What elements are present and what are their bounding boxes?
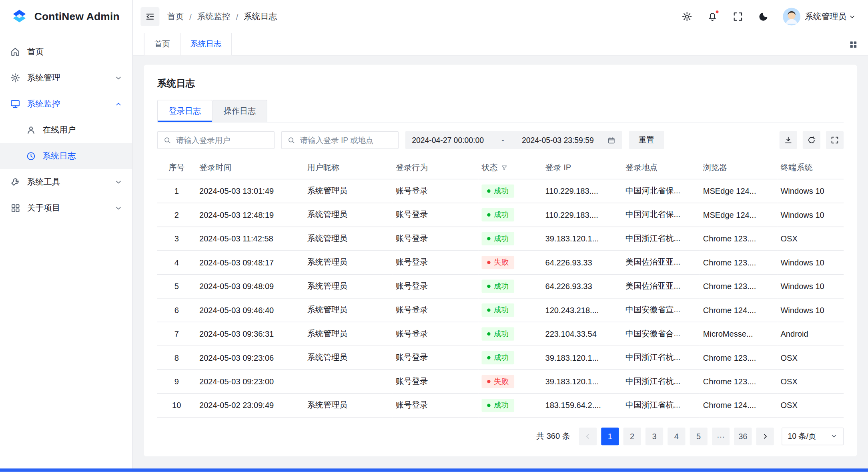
settings-gear-icon[interactable] [681, 10, 693, 22]
calendar-icon [607, 136, 615, 145]
table-row: 2 2024-05-03 12:48:19 系统管理员 账号登录 成功 110.… [157, 203, 844, 226]
table-row: 4 2024-05-03 09:48:17 系统管理员 账号登录 失败 64.2… [157, 250, 844, 274]
login-user-input[interactable] [176, 136, 269, 145]
app-title: ContiNew Admin [34, 10, 120, 22]
breadcrumb-separator: / [236, 12, 239, 22]
tab-login-log[interactable]: 登录日志 [157, 100, 212, 122]
menu-collapse-button[interactable] [140, 7, 159, 26]
breadcrumb-item-monitor[interactable]: 系统监控 [197, 11, 231, 22]
col-os: 终端系统 [777, 157, 844, 179]
sidebar-item-about-project[interactable]: 关于项目 [0, 195, 132, 221]
page-tab-system-logs[interactable]: 系统日志 [180, 33, 232, 55]
page-tab-home[interactable]: 首页 [144, 33, 180, 55]
date-separator: - [491, 136, 514, 145]
table-row: 7 2024-05-03 09:36:31 系统管理员 账号登录 成功 223.… [157, 322, 844, 345]
pagination: 共 360 条 1 2 3 4 5 ··· 36 10 条/页 [157, 427, 844, 445]
col-status: 状态 [478, 157, 542, 179]
main-content: 系统日志 登录日志 操作日志 [133, 56, 868, 472]
notification-bell-icon[interactable] [706, 10, 718, 22]
filter-funnel-icon[interactable] [501, 164, 508, 171]
pagination-next-button[interactable] [756, 427, 774, 445]
pagination-page-2[interactable]: 2 [623, 427, 641, 445]
table-actions [780, 131, 844, 149]
home-icon [10, 46, 20, 57]
monitor-icon [10, 98, 20, 109]
main-column: 首页 / 系统监控 / 系统日志 [133, 0, 868, 472]
page-title: 系统日志 [157, 77, 844, 90]
sidebar-item-system-tools[interactable]: 系统工具 [0, 169, 132, 195]
col-nickname: 用户昵称 [304, 157, 392, 179]
page-tabbar: 首页 系统日志 [133, 33, 868, 56]
sidebar-item-label: 首页 [27, 46, 122, 57]
chevron-down-icon [114, 204, 122, 212]
status-badge: 成功 [481, 351, 514, 364]
sidebar-item-label: 在线用户 [43, 125, 122, 135]
pagination-page-3[interactable]: 3 [645, 427, 663, 445]
fullscreen-icon[interactable] [732, 10, 744, 22]
col-location: 登录地点 [622, 157, 700, 179]
system-log-card: 系统日志 登录日志 操作日志 [144, 65, 857, 456]
expand-icon[interactable] [826, 131, 844, 149]
login-log-table: 序号 登录时间 用户昵称 登录行为 状态 [157, 157, 844, 417]
search-icon [163, 136, 172, 145]
chevron-up-icon [114, 100, 122, 108]
breadcrumb: 首页 / 系统监控 / 系统日志 [167, 11, 277, 22]
page-size-select[interactable]: 10 条/页 [782, 427, 844, 445]
bottom-accent-bar [0, 468, 868, 472]
status-badge: 成功 [481, 208, 514, 221]
reset-button[interactable]: 重置 [629, 131, 664, 149]
login-ip-input[interactable] [300, 136, 393, 145]
status-badge: 失败 [481, 255, 514, 269]
sidebar-item-system-management[interactable]: 系统管理 [0, 65, 132, 91]
status-badge: 成功 [481, 398, 514, 412]
tab-operation-log[interactable]: 操作日志 [212, 100, 267, 122]
user-icon [26, 125, 36, 135]
table-row: 8 2024-05-03 09:23:06 系统管理员 账号登录 成功 39.1… [157, 345, 844, 369]
breadcrumb-item-home[interactable]: 首页 [167, 11, 184, 22]
status-badge: 成功 [481, 232, 514, 245]
dark-mode-moon-icon[interactable] [757, 10, 769, 22]
chevron-down-icon [114, 178, 122, 186]
pagination-page-4[interactable]: 4 [668, 427, 685, 445]
pagination-page-1[interactable]: 1 [601, 427, 619, 445]
login-user-search[interactable] [157, 131, 275, 149]
filter-toolbar: 2024-04-27 00:00:00 - 2024-05-03 23:59:5… [157, 131, 844, 149]
breadcrumb-item-current: 系统日志 [244, 11, 277, 22]
notification-badge [715, 10, 719, 14]
col-browser: 浏览器 [700, 157, 777, 179]
pagination-prev-button[interactable] [579, 427, 597, 445]
refresh-icon[interactable] [803, 131, 820, 149]
pagination-total: 共 360 条 [536, 431, 570, 441]
sidebar-item-system-logs[interactable]: 系统日志 [0, 143, 132, 169]
pagination-page-5[interactable]: 5 [690, 427, 708, 445]
search-icon [287, 136, 296, 145]
login-ip-search[interactable] [281, 131, 399, 149]
date-start: 2024-04-27 00:00:00 [412, 136, 484, 145]
pagination-page-36[interactable]: 36 [734, 427, 752, 445]
avatar[interactable] [783, 8, 800, 25]
app-window: ContiNew Admin 首页 系统管理 [0, 0, 868, 472]
log-tabs: 登录日志 操作日志 [157, 100, 844, 123]
user-menu[interactable]: 系统管理员 [783, 8, 856, 25]
tab-actions-grid-icon[interactable] [849, 33, 868, 55]
date-range-picker[interactable]: 2024-04-27 00:00:00 - 2024-05-03 23:59:5… [405, 131, 622, 149]
sidebar-item-home[interactable]: 首页 [0, 39, 132, 65]
sidebar-menu: 首页 系统管理 系统监控 [0, 33, 132, 221]
status-badge: 成功 [481, 303, 514, 316]
sidebar-item-online-users[interactable]: 在线用户 [0, 117, 132, 143]
col-login-time: 登录时间 [196, 157, 304, 179]
status-badge: 成功 [481, 279, 514, 293]
header: 首页 / 系统监控 / 系统日志 [133, 0, 868, 33]
sidebar-item-label: 系统日志 [43, 151, 122, 161]
chevron-down-icon [849, 13, 856, 20]
gear-icon [10, 72, 20, 83]
col-ip: 登录 IP [542, 157, 622, 179]
table-row: 1 2024-05-03 13:01:49 系统管理员 账号登录 成功 110.… [157, 179, 844, 203]
logo: ContiNew Admin [0, 0, 132, 33]
sidebar-item-system-monitor[interactable]: 系统监控 [0, 91, 132, 117]
pagination-ellipsis[interactable]: ··· [712, 427, 730, 445]
col-behavior: 登录行为 [393, 157, 478, 179]
date-end: 2024-05-03 23:59:59 [522, 136, 594, 145]
sidebar-item-label: 系统工具 [27, 177, 108, 187]
download-icon[interactable] [780, 131, 797, 149]
